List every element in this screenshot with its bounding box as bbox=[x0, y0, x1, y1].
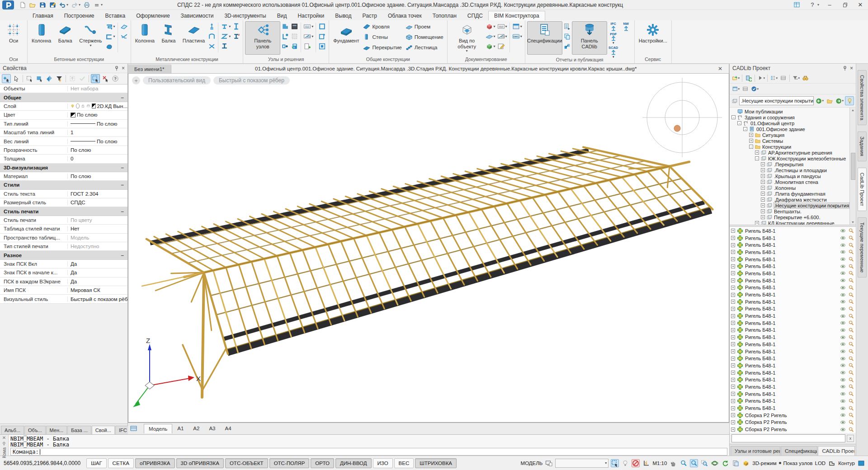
eye-icon[interactable] bbox=[840, 285, 846, 291]
eye-icon[interactable] bbox=[840, 277, 846, 283]
check-blue-button[interactable]: ▾ bbox=[750, 85, 759, 93]
panel-tab-База ...[interactable]: База ... bbox=[67, 426, 91, 434]
pin-icon[interactable] bbox=[113, 65, 120, 71]
expander-icon[interactable]: + bbox=[731, 278, 735, 282]
close-icon[interactable]: × bbox=[122, 65, 125, 71]
eye-icon[interactable] bbox=[840, 341, 846, 347]
list-item[interactable]: +Ригель Б48-1 bbox=[730, 362, 856, 369]
tree-node[interactable]: +Вентшахты. bbox=[730, 208, 849, 214]
button-колонна[interactable]: Колонна bbox=[29, 21, 53, 55]
property-row[interactable]: Стиль текстаГОСТ 2.304 bbox=[0, 190, 127, 198]
button-настройки-[interactable]: Настройки... bbox=[637, 21, 670, 55]
mag-icon[interactable] bbox=[848, 249, 854, 255]
monitor-page-icon[interactable] bbox=[545, 459, 553, 467]
eye-icon[interactable] bbox=[840, 292, 846, 298]
ribbon-tab-BIM Конструктора[interactable]: BIM Конструктора bbox=[488, 11, 545, 20]
tree-expander-icon[interactable]: + bbox=[761, 168, 765, 172]
button-балка[interactable]: Балка bbox=[53, 21, 77, 55]
button-dim-100[interactable]: 010▾ bbox=[497, 22, 507, 31]
expander-icon[interactable]: + bbox=[731, 420, 735, 424]
list-item[interactable]: +Ригель Б48-1 bbox=[730, 341, 856, 348]
button-проем[interactable]: Проем bbox=[406, 22, 443, 31]
ribbon-tab-Построение[interactable]: Построение bbox=[59, 11, 100, 20]
list-item[interactable]: +Ригель Б48-1 bbox=[730, 390, 856, 398]
list-item[interactable]: +Ригель Б48-1 bbox=[730, 312, 856, 320]
toggle-ОТС-ОБЪЕКТ[interactable]: ОТС-ОБЪЕКТ bbox=[225, 458, 268, 468]
tree-expander-icon[interactable]: - bbox=[743, 127, 747, 131]
button-стены[interactable]: Стены bbox=[363, 33, 401, 42]
viewport-3d[interactable]: + Пользовательский вид Быстрый с показом… bbox=[128, 74, 729, 423]
ribbon-tab-Вставка[interactable]: Вставка bbox=[100, 11, 131, 20]
button-swap-arrows[interactable] bbox=[120, 32, 128, 41]
tree-view-button[interactable]: ▾ bbox=[769, 74, 778, 82]
add-view-button[interactable]: + bbox=[132, 76, 140, 85]
expander-icon[interactable]: + bbox=[731, 371, 735, 375]
panel-tab-Альб...[interactable]: Альб... bbox=[1, 426, 24, 434]
tree-node[interactable]: +Мои публикации bbox=[730, 108, 849, 114]
button-стержень[interactable]: Стержень▾ bbox=[77, 21, 104, 55]
sheet-copy-icon[interactable] bbox=[731, 459, 740, 467]
eye-icon[interactable] bbox=[840, 235, 846, 241]
property-row[interactable]: Толщина0 bbox=[0, 155, 127, 163]
property-row[interactable]: ПСК в каждом ВЭкранеДа bbox=[0, 277, 127, 286]
mag-icon[interactable] bbox=[848, 306, 854, 312]
property-row[interactable]: ЦветПо слою bbox=[0, 111, 127, 119]
list-item[interactable]: +Ригель Б48-1 bbox=[730, 398, 856, 405]
list-item[interactable]: +Ригель Б48-1 bbox=[730, 327, 856, 334]
status-label[interactable]: 3D-режим bbox=[752, 461, 776, 466]
property-row[interactable]: ПрозрачностьПо слою bbox=[0, 146, 127, 155]
building-sync-button[interactable] bbox=[744, 74, 753, 82]
mag-icon[interactable] bbox=[848, 377, 854, 383]
expander-icon[interactable]: + bbox=[731, 243, 735, 247]
document-tab[interactable]: Без имени1* bbox=[128, 65, 171, 73]
mag-icon[interactable] bbox=[848, 242, 854, 248]
side-tab-CadLib Проект[interactable]: CadLib Проект bbox=[858, 168, 867, 211]
mag-icon[interactable] bbox=[848, 277, 854, 283]
folder-open-button[interactable] bbox=[825, 96, 834, 105]
button-кровля[interactable]: Кровля bbox=[363, 22, 401, 31]
tree-expander-icon[interactable]: - bbox=[755, 156, 759, 160]
close-tab-icon[interactable]: ✕ bbox=[718, 66, 722, 72]
tree-node[interactable]: +.Диафрагма жесткости bbox=[730, 197, 849, 202]
button-bracket[interactable] bbox=[281, 32, 289, 41]
cube-3d-icon[interactable] bbox=[742, 459, 750, 467]
button-plate-outline[interactable] bbox=[120, 22, 128, 31]
button-z-beam[interactable]: ▾ bbox=[221, 32, 231, 41]
mag-icon[interactable] bbox=[848, 235, 854, 241]
tree-node[interactable]: +.Перекрытия bbox=[730, 161, 849, 167]
button-балка[interactable]: Балка bbox=[157, 21, 180, 55]
eye-icon[interactable] bbox=[840, 377, 846, 383]
zoom-window-icon[interactable] bbox=[690, 459, 698, 467]
command-input[interactable]: Команда: bbox=[10, 448, 727, 456]
tree-node[interactable]: +Системы bbox=[730, 138, 849, 144]
layout-list-icon[interactable] bbox=[130, 425, 140, 433]
mag-icon[interactable] bbox=[848, 356, 854, 362]
expander-icon[interactable]: + bbox=[731, 335, 735, 339]
list-item[interactable]: +Ригель Б48-1 bbox=[730, 235, 856, 242]
ribbon-tab-Зависимости[interactable]: Зависимости bbox=[175, 11, 219, 20]
button-beam-cap[interactable]: ▾ bbox=[221, 22, 231, 31]
expander-icon[interactable]: + bbox=[731, 363, 735, 367]
toggle-3D оПРИВЯЗКА[interactable]: 3D оПРИВЯЗКА bbox=[176, 458, 224, 468]
restore-button[interactable] bbox=[837, 0, 853, 9]
ribbon-tab-Топоплан[interactable]: Топоплан bbox=[427, 11, 462, 20]
toggle-ОРТО[interactable]: ОРТО bbox=[311, 458, 334, 468]
expander-icon[interactable]: + bbox=[731, 271, 735, 275]
panel-tab-Мен...[interactable]: Мен... bbox=[46, 426, 67, 434]
list-item[interactable]: +Ригель Б48-1 bbox=[730, 348, 856, 355]
property-row[interactable]: Вес линийПо слою bbox=[0, 137, 127, 146]
tree-scrollbar[interactable]: ▲▼ bbox=[849, 108, 856, 225]
panel-tab-Объ...[interactable]: Объ... bbox=[24, 426, 46, 434]
clear-filter-icon[interactable]: x bbox=[847, 435, 854, 442]
pin-icon[interactable]: ⚲ bbox=[2, 442, 5, 446]
list-item[interactable]: +Сборка Р2 Ригель bbox=[730, 412, 856, 419]
cursor-box-icon[interactable] bbox=[611, 459, 619, 467]
expander-icon[interactable]: + bbox=[731, 328, 735, 332]
button-вид-по-объекту[interactable]: Вид по объекту▾ bbox=[449, 21, 485, 55]
expander-icon[interactable]: + bbox=[731, 314, 735, 318]
mag-icon[interactable] bbox=[848, 341, 854, 347]
button-square-nested[interactable] bbox=[318, 42, 326, 51]
deselect-button[interactable] bbox=[101, 74, 110, 83]
contour-icon[interactable] bbox=[828, 459, 836, 467]
binoculars-button[interactable] bbox=[801, 74, 810, 82]
